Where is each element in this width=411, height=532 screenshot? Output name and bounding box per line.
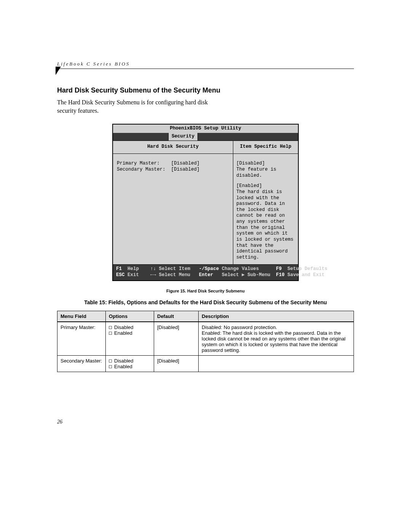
section-title: Hard Disk Security Submenu of the Securi… — [57, 86, 354, 94]
cell-options: Disabled Enabled — [106, 355, 154, 372]
bios-left-header: Hard Disk Security — [113, 141, 233, 154]
bullet-icon — [109, 365, 112, 368]
table-row: Secondary Master: Disabled Enabled [Disa… — [57, 355, 354, 372]
figure-caption: Figure 15. Hard Disk Security Submenu — [57, 289, 354, 293]
cell-options: Disabled Enabled — [106, 322, 154, 356]
tab-security[interactable]: Security — [168, 133, 198, 141]
cell-description — [199, 355, 354, 372]
bios-row-primary[interactable]: Primary Master: [Disabled] — [117, 161, 229, 167]
cell-menu: Secondary Master: — [57, 355, 106, 372]
cell-default: [Disabled] — [154, 322, 199, 356]
th-menu-field: Menu Field — [57, 311, 106, 322]
bios-row-secondary[interactable]: Secondary Master: [Disabled] — [117, 167, 229, 173]
help-disabled-text: The feature is disabled. — [236, 167, 295, 179]
running-head-text: LifeBook C Series BIOS — [57, 61, 130, 67]
help-disabled-label: [Disabled] — [236, 161, 295, 167]
bios-screenshot: PhoenixBIOS Setup Utility Security Hard … — [112, 124, 299, 281]
th-options: Options — [106, 311, 154, 322]
th-default: Default — [154, 311, 199, 322]
options-table: Menu Field Options Default Description P… — [57, 311, 354, 372]
bios-left-body: Primary Master: [Disabled] Secondary Mas… — [113, 154, 233, 252]
body-text: The Hard Disk Security Submenu is for co… — [57, 98, 209, 115]
table-row: Primary Master: Disabled Enabled [Disabl… — [57, 322, 354, 356]
bios-help-body: [Disabled] The feature is disabled. [Ena… — [233, 154, 298, 264]
cell-menu: Primary Master: — [57, 322, 106, 356]
table-header-row: Menu Field Options Default Description — [57, 311, 354, 322]
table-title: Table 15: Fields, Options and Defaults f… — [57, 299, 354, 305]
bullet-icon — [109, 326, 112, 329]
help-enabled-text: The hard disk is locked with the passwor… — [236, 189, 295, 261]
help-enabled-label: [Enabled] — [236, 183, 295, 189]
cell-description: Disabled: No password protection. Enable… — [199, 322, 354, 356]
bios-title: PhoenixBIOS Setup Utility — [112, 124, 299, 133]
bios-right-header: Item Specific Help — [233, 141, 298, 154]
cell-default: [Disabled] — [154, 355, 199, 372]
bios-tab-bar: Security — [112, 133, 299, 141]
th-description: Description — [199, 311, 354, 322]
bios-footer: F1 Help ↑↓ Select Item -/Space Change Va… — [112, 264, 299, 281]
corner-mark-icon — [56, 67, 62, 76]
page-number: 26 — [57, 419, 62, 425]
bullet-icon — [109, 359, 112, 363]
running-head: LifeBook C Series BIOS — [57, 61, 354, 69]
bullet-icon — [109, 332, 112, 335]
